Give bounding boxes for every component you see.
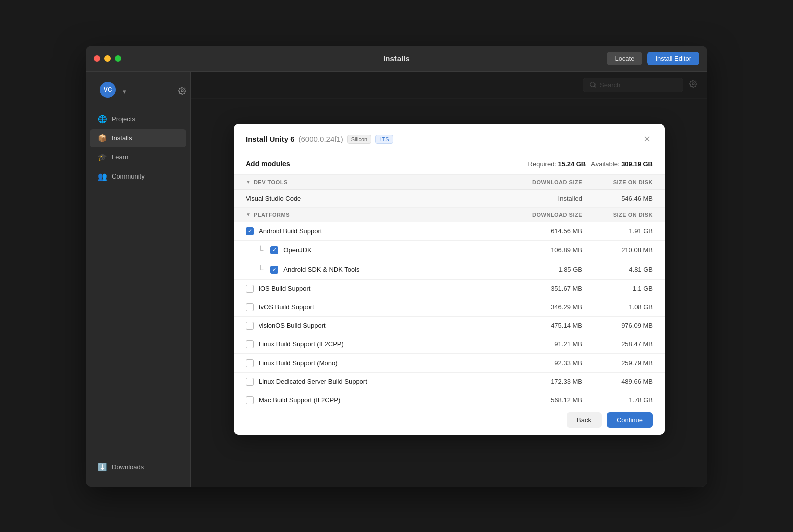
modal-body: ▼ DEV TOOLS DOWNLOAD SIZE SIZE ON DISK V… <box>234 175 665 405</box>
avatar-dropdown[interactable]: ▾ <box>123 88 126 95</box>
sidebar-bottom: ⬇️ Downloads <box>86 458 190 481</box>
sidebar-item-installs[interactable]: 📦 Installs <box>90 129 186 147</box>
android-size-on-disk: 1.91 GB <box>582 227 653 235</box>
svg-point-0 <box>181 90 183 92</box>
module-name-cell-linux-il2cpp: Linux Build Support (IL2CPP) <box>246 340 502 348</box>
android-download-size: 614.56 MB <box>502 227 582 235</box>
module-name-cell-openjdk: OpenJDK <box>246 246 502 255</box>
sidebar-item-label: Community <box>112 172 145 180</box>
module-name-cell-linux-mono: Linux Build Support (Mono) <box>246 359 502 367</box>
linux-il2cpp-size-on-disk: 258.47 MB <box>582 340 653 348</box>
vscode-size-on-disk: 546.46 MB <box>582 195 653 202</box>
projects-icon: 🌐 <box>98 115 107 124</box>
tvos-size-on-disk: 1.08 GB <box>582 303 653 311</box>
sidebar-item-community[interactable]: 👥 Community <box>90 167 186 186</box>
platforms-chevron[interactable]: ▼ <box>246 212 251 217</box>
settings-icon[interactable] <box>178 87 186 97</box>
traffic-lights <box>94 55 121 62</box>
module-name-vscode: Visual Studio Code <box>246 195 301 202</box>
header-actions: Locate Install Editor <box>607 52 699 65</box>
mac-il2cpp-size-on-disk: 1.78 GB <box>582 396 653 404</box>
add-modules-label: Add modules <box>246 160 290 168</box>
modal-title-text: Install Unity 6 <box>246 135 295 143</box>
module-name-tvos: tvOS Build Support <box>259 303 314 311</box>
sidebar-item-projects[interactable]: 🌐 Projects <box>90 110 186 128</box>
linux-server-checkbox[interactable] <box>246 378 254 386</box>
locate-button[interactable]: Locate <box>607 52 642 65</box>
android-sdk-checkbox[interactable] <box>270 266 278 274</box>
module-name-cell-android-sdk: Android SDK & NDK Tools <box>246 265 502 274</box>
modal-overlay: Install Unity 6 (6000.0.24f1) Silicon LT… <box>191 72 707 487</box>
required-value: 15.24 GB <box>558 160 586 168</box>
visionos-download-size: 475.14 MB <box>502 322 582 329</box>
title-bar: Installs Locate Install Editor <box>86 46 707 72</box>
module-row-ios: iOS Build Support 351.67 MB 1.1 GB <box>234 280 665 298</box>
sidebar-item-learn[interactable]: 🎓 Learn <box>90 148 186 166</box>
platforms-col2: SIZE ON DISK <box>582 212 653 218</box>
continue-button[interactable]: Continue <box>607 412 653 428</box>
module-row-linux-mono: Linux Build Support (Mono) 92.33 MB 259.… <box>234 354 665 373</box>
module-row-linux-il2cpp: Linux Build Support (IL2CPP) 91.21 MB 25… <box>234 335 665 354</box>
dev-tools-section-header: ▼ DEV TOOLS DOWNLOAD SIZE SIZE ON DISK <box>234 175 665 190</box>
module-row-linux-server: Linux Dedicated Server Build Support 172… <box>234 373 665 391</box>
linux-il2cpp-download-size: 91.21 MB <box>502 340 582 348</box>
mac-il2cpp-download-size: 568.12 MB <box>502 396 582 404</box>
platforms-section-header: ▼ PLATFORMS DOWNLOAD SIZE SIZE ON DISK <box>234 208 665 222</box>
android-sdk-download-size: 1.85 GB <box>502 266 582 273</box>
visionos-checkbox[interactable] <box>246 322 254 330</box>
module-row-openjdk: OpenJDK 106.89 MB 210.08 MB <box>234 241 665 260</box>
linux-mono-download-size: 92.33 MB <box>502 359 582 367</box>
storage-info: Required: 15.24 GB Available: 309.19 GB <box>528 159 653 168</box>
module-row-visionos: visionOS Build Support 475.14 MB 976.09 … <box>234 317 665 335</box>
module-row-tvos: tvOS Build Support 346.29 MB 1.08 GB <box>234 298 665 317</box>
window-title: Installs <box>383 54 410 63</box>
ios-size-on-disk: 1.1 GB <box>582 285 653 292</box>
module-row-vscode: Visual Studio Code Installed 546.46 MB <box>234 190 665 208</box>
platforms-label: PLATFORMS <box>254 212 290 218</box>
content-area: Search Install Unity 6 (6000.0.24f1) <box>191 72 707 487</box>
linux-mono-size-on-disk: 259.79 MB <box>582 359 653 367</box>
module-name-linux-server: Linux Dedicated Server Build Support <box>259 378 367 385</box>
module-name-android-sdk: Android SDK & NDK Tools <box>283 266 359 273</box>
minimize-button[interactable] <box>104 55 111 62</box>
learn-icon: 🎓 <box>98 153 107 162</box>
android-checkbox[interactable] <box>246 227 254 235</box>
linux-mono-checkbox[interactable] <box>246 359 254 367</box>
module-row-android: Android Build Support 614.56 MB 1.91 GB <box>234 222 665 241</box>
sidebar-item-label: Downloads <box>112 463 144 471</box>
modal-title: Install Unity 6 (6000.0.24f1) Silicon LT… <box>246 135 393 144</box>
maximize-button[interactable] <box>115 55 121 62</box>
install-editor-button[interactable]: Install Editor <box>647 52 699 65</box>
modal-header: Install Unity 6 (6000.0.24f1) Silicon LT… <box>234 124 665 153</box>
mac-il2cpp-checkbox[interactable] <box>246 396 254 404</box>
module-name-cell-vscode: Visual Studio Code <box>246 195 502 202</box>
platforms-col1: DOWNLOAD SIZE <box>502 212 582 218</box>
modal-close-button[interactable]: ✕ <box>641 133 653 146</box>
community-icon: 👥 <box>98 172 107 181</box>
dev-tools-chevron[interactable]: ▼ <box>246 179 251 185</box>
module-name-cell-linux-server: Linux Dedicated Server Build Support <box>246 378 502 386</box>
module-name-cell-tvos: tvOS Build Support <box>246 303 502 311</box>
module-name-visionos: visionOS Build Support <box>259 322 326 329</box>
sidebar-item-label: Learn <box>112 153 128 161</box>
linux-server-size-on-disk: 489.66 MB <box>582 378 653 385</box>
module-name-cell-visionos: visionOS Build Support <box>246 322 502 330</box>
openjdk-size-on-disk: 210.08 MB <box>582 246 653 254</box>
module-name-android: Android Build Support <box>259 227 322 235</box>
openjdk-checkbox[interactable] <box>270 246 278 254</box>
avatar[interactable]: VC <box>100 82 116 98</box>
module-name-ios: iOS Build Support <box>259 285 310 292</box>
tvos-checkbox[interactable] <box>246 303 254 311</box>
linux-il2cpp-checkbox[interactable] <box>246 340 254 348</box>
module-name-openjdk: OpenJDK <box>283 246 311 254</box>
silicon-badge: Silicon <box>347 135 371 144</box>
dev-tools-col2: SIZE ON DISK <box>582 179 653 185</box>
close-button[interactable] <box>94 55 100 62</box>
modal-version: (6000.0.24f1) <box>299 135 343 143</box>
back-button[interactable]: Back <box>567 412 602 428</box>
sidebar-item-downloads[interactable]: ⬇️ Downloads <box>90 458 186 476</box>
ios-checkbox[interactable] <box>246 285 254 293</box>
installs-icon: 📦 <box>98 134 107 143</box>
sidebar-item-label: Projects <box>112 115 135 123</box>
required-info: Required: 15.24 GB Available: 309.19 GB <box>528 160 653 168</box>
